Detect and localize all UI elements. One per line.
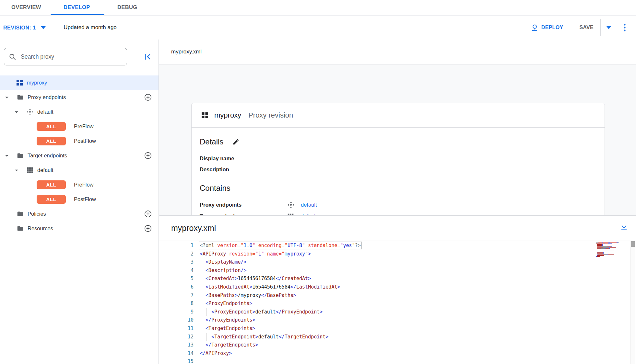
- code-line[interactable]: 7 <BasePaths>/myproxy</BasePaths>: [159, 291, 636, 300]
- search-input[interactable]: [20, 53, 119, 61]
- code-line[interactable]: 9 <ProxyEndpoint>default</ProxyEndpoint>: [159, 308, 636, 316]
- line-number: 15: [159, 358, 194, 364]
- tab-debug[interactable]: DEBUG: [117, 0, 137, 14]
- sidebar-item-preflow[interactable]: ALLPreFlow: [0, 119, 159, 134]
- tree-item-label: PostFlow: [74, 196, 96, 202]
- more-options-button[interactable]: [622, 22, 627, 33]
- add-button[interactable]: [144, 225, 152, 232]
- sidebar-item-postflow[interactable]: ALLPostFlow: [0, 192, 159, 207]
- code-line[interactable]: 13 </TargetEndpoints>: [159, 341, 636, 349]
- updated-timestamp: Updated a month ago: [64, 24, 117, 31]
- chevron-down-icon: [41, 26, 46, 29]
- breadcrumb: myproxy.xml: [171, 40, 202, 64]
- collapse-sidebar-button[interactable]: [143, 52, 153, 63]
- flow-badge[interactable]: ALL: [37, 180, 66, 189]
- deploy-button[interactable]: DEPLOY: [531, 24, 563, 31]
- tree-item-label: myproxy: [27, 80, 47, 86]
- line-number: 12: [159, 333, 194, 341]
- folder-icon: [17, 94, 24, 101]
- add-icon: [144, 225, 152, 232]
- code-line[interactable]: 12 <TargetEndpoint>default</TargetEndpoi…: [159, 333, 636, 341]
- edit-details-button[interactable]: [232, 138, 240, 145]
- folder-icon: [17, 210, 24, 217]
- code-text: <ProxyEndpoint>default</ProxyEndpoint>: [200, 308, 323, 316]
- code-lines: 1<?xml version="1.0" encoding="UTF-8" st…: [159, 241, 636, 364]
- details-heading: Details: [200, 137, 223, 146]
- sidebar-item-default[interactable]: default: [0, 163, 159, 177]
- add-button[interactable]: [144, 94, 152, 101]
- flow-badge[interactable]: ALL: [37, 122, 66, 131]
- sidebar-item-myproxy[interactable]: myproxy: [0, 75, 159, 90]
- line-number: 8: [159, 300, 194, 308]
- tree-item-label: PostFlow: [74, 138, 96, 144]
- sidebar-item-postflow[interactable]: ALLPostFlow: [0, 134, 159, 148]
- apigee-proxy-editor: OVERVIEW DEVELOP DEBUG REVISION: 1 Updat…: [0, 0, 636, 364]
- code-line[interactable]: 14</APIProxy>: [159, 349, 636, 358]
- caret-down-icon[interactable]: [13, 108, 20, 116]
- sidebar-item-default[interactable]: default: [0, 105, 159, 119]
- line-number: 1: [159, 242, 194, 250]
- line-number: 10: [159, 316, 194, 324]
- tree-item-label: PreFlow: [74, 182, 94, 188]
- code-line[interactable]: 5 <CreatedAt>1654456176584</CreatedAt>: [159, 275, 636, 283]
- proxy-endpoint-default-link[interactable]: default: [301, 202, 317, 208]
- code-text: <DisplayName/>: [200, 258, 247, 267]
- tab-overview[interactable]: OVERVIEW: [11, 0, 41, 14]
- code-line[interactable]: 11 <TargetEndpoints>: [159, 324, 636, 333]
- proxy-grid-icon: [201, 112, 208, 119]
- flow-badge[interactable]: ALL: [37, 137, 66, 145]
- scrollbar-thumb[interactable]: [631, 241, 635, 247]
- folder-icon: [17, 152, 24, 159]
- tree-item-label: PreFlow: [74, 123, 94, 130]
- code-text: <TargetEndpoint>default</TargetEndpoint>: [200, 333, 328, 341]
- code-line[interactable]: 4 <Description/>: [159, 267, 636, 275]
- flow-badge[interactable]: ALL: [37, 195, 66, 204]
- tree-item-label: Policies: [28, 211, 46, 217]
- revision-bar: REVISION: 1 Updated a month ago DEPLOY S…: [0, 16, 636, 40]
- revision-label: REVISION: 1: [3, 25, 36, 31]
- sidebar-item-target-endpoints[interactable]: Target endpoints: [0, 148, 159, 163]
- search-proxy-box[interactable]: [4, 48, 127, 65]
- code-text: <ProxyEndpoints>: [200, 300, 253, 308]
- code-line[interactable]: 6 <LastModifiedAt>1654456176584</LastMod…: [159, 283, 636, 291]
- card-title: myproxy: [214, 111, 241, 119]
- code-filename: myproxy.xml: [171, 216, 216, 241]
- proxy-tree: myproxyProxy endpointsdefaultALLPreFlowA…: [0, 75, 159, 236]
- grid-3x3-icon: [27, 167, 33, 174]
- line-number: 13: [159, 341, 194, 349]
- save-dropdown-button[interactable]: [605, 25, 613, 30]
- code-text: </ProxyEndpoints>: [200, 316, 255, 324]
- save-button[interactable]: SAVE: [579, 25, 594, 30]
- line-number: 11: [159, 324, 194, 333]
- caret-down-icon[interactable]: [3, 152, 10, 159]
- code-line[interactable]: 10 </ProxyEndpoints>: [159, 316, 636, 324]
- sidebar-item-resources[interactable]: Resources: [0, 221, 159, 236]
- deploy-label: DEPLOY: [541, 25, 563, 30]
- proxy-endpoints-label: Proxy endpoints: [200, 202, 287, 208]
- xml-editor[interactable]: 1<?xml version="1.0" encoding="UTF-8" st…: [159, 241, 636, 364]
- divider: [600, 19, 601, 36]
- code-line[interactable]: 3 <DisplayName/>: [159, 258, 636, 267]
- sidebar-item-preflow[interactable]: ALLPreFlow: [0, 177, 159, 192]
- card-header: myproxy Proxy revision: [192, 103, 605, 128]
- tree-item-label: default: [37, 109, 53, 115]
- sidebar-item-policies[interactable]: Policies: [0, 207, 159, 221]
- add-button[interactable]: [144, 152, 152, 159]
- display-name-label: Display name: [200, 155, 605, 162]
- editor-minimap[interactable]: [596, 242, 622, 258]
- pencil-icon: [232, 138, 240, 145]
- sidebar-item-proxy-endpoints[interactable]: Proxy endpoints: [0, 90, 159, 105]
- code-line[interactable]: 1<?xml version="1.0" encoding="UTF-8" st…: [159, 242, 636, 250]
- caret-down-icon[interactable]: [13, 167, 20, 174]
- collapse-panel-button[interactable]: [620, 223, 628, 233]
- revision-selector[interactable]: REVISION: 1: [3, 25, 46, 31]
- add-icon: [144, 94, 152, 101]
- code-line[interactable]: 2<APIProxy revision="1" name="myproxy">: [159, 250, 636, 258]
- caret-down-icon[interactable]: [3, 94, 10, 101]
- tab-develop[interactable]: DEVELOP: [64, 0, 90, 14]
- editor-scrollbar[interactable]: [630, 241, 635, 364]
- contains-heading: Contains: [200, 184, 605, 193]
- add-button[interactable]: [144, 210, 152, 218]
- code-line[interactable]: 15: [159, 358, 636, 364]
- code-line[interactable]: 8 <ProxyEndpoints>: [159, 300, 636, 308]
